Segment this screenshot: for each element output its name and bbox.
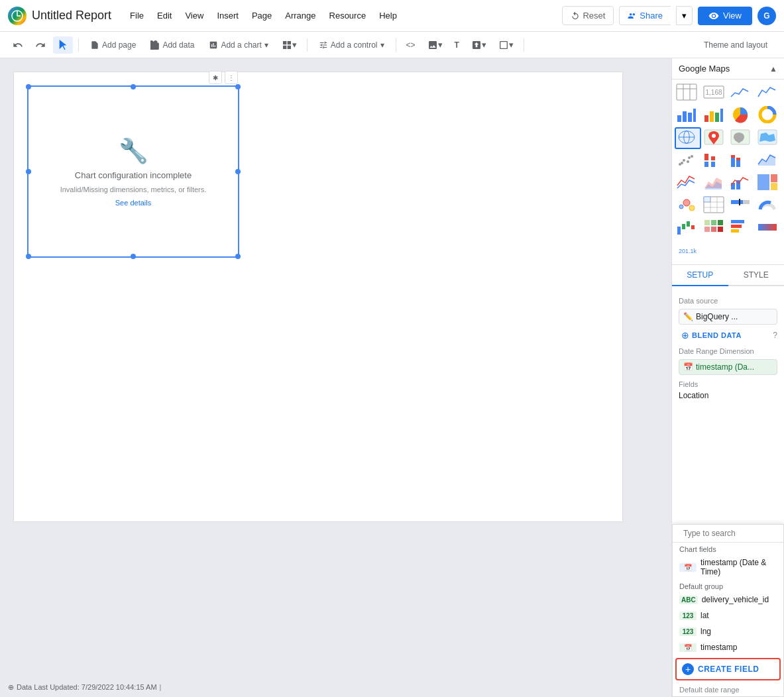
data-footer: ⊕ Data Last Updated: 7/29/2022 10:44:15 … (0, 677, 671, 697)
chart-type-bar2[interactable] (702, 105, 728, 127)
reset-button[interactable]: Reset (562, 6, 614, 25)
menu-arrange[interactable]: Arrange (280, 8, 321, 23)
chart-more-button[interactable]: ⋮ (225, 71, 238, 84)
chart-type-bubble[interactable] (728, 127, 755, 149)
canvas-area[interactable]: ✱ ⋮ 🔧 Chart configuration incomplete Inv… (0, 58, 671, 697)
tab-setup[interactable]: SETUP (672, 265, 728, 286)
chart-pin-button[interactable]: ✱ (209, 71, 222, 84)
handle-tr[interactable] (235, 84, 241, 89)
handle-bottom[interactable] (131, 254, 136, 259)
chart-type-waterfall[interactable] (675, 217, 701, 239)
chart-type-heatmap[interactable] (702, 217, 728, 239)
handle-top[interactable] (131, 84, 136, 89)
menu-page[interactable]: Page (247, 8, 277, 23)
view-button[interactable]: View (698, 7, 752, 25)
select-tool-button[interactable] (53, 36, 73, 54)
menu-insert[interactable]: Insert (211, 8, 244, 23)
chart-type-combo[interactable] (728, 172, 755, 194)
chart-type-gauge[interactable] (756, 195, 782, 217)
see-details-link[interactable]: See details (115, 199, 151, 207)
share-button[interactable]: Share (619, 6, 671, 25)
chart-type-timeseries[interactable] (728, 82, 755, 104)
add-page-button[interactable]: Add page (84, 37, 142, 53)
chart-fields-label: Chart fields (673, 543, 783, 555)
create-field-button[interactable]: + CREATE FIELD (675, 658, 781, 680)
redo-button[interactable] (30, 36, 50, 54)
field-item-lng[interactable]: 123 lng (673, 623, 783, 639)
location-label: Location (679, 391, 777, 400)
data-source-row[interactable]: ✏️ BigQuery ... (679, 309, 777, 325)
svg-rect-58 (677, 227, 681, 235)
search-input[interactable] (683, 529, 783, 538)
doc-title: Untitled Report (32, 9, 111, 23)
chart-type-pie[interactable] (728, 105, 755, 127)
panel-tabs: SETUP STYLE (672, 265, 784, 286)
line-button[interactable]: ▾ (467, 36, 491, 54)
field-item-timestamp-datetime[interactable]: 📅 timestamp (Date & Time) (673, 555, 783, 580)
chart-type-timeseries2[interactable] (756, 82, 782, 104)
handle-tl[interactable] (26, 84, 31, 89)
theme-layout-button[interactable]: Theme and layout (695, 37, 776, 53)
undo-button[interactable] (8, 36, 28, 54)
chart-type-scorecard[interactable]: 1,168 (702, 82, 728, 104)
menu-edit[interactable]: Edit (152, 8, 177, 23)
chart-type-stacked[interactable] (728, 150, 755, 172)
field-item-lat[interactable]: 123 lat (673, 608, 783, 623)
text-button[interactable]: T (450, 37, 464, 53)
chart-type-bar3[interactable] (702, 150, 728, 172)
help-icon[interactable]: ? (773, 331, 777, 340)
chart-type-scatter[interactable] (675, 150, 701, 172)
chart-types-title: Google Maps (679, 64, 730, 74)
add-control-button[interactable]: Add a control▾ (313, 37, 390, 53)
date-range-row[interactable]: 📅 timestamp (Da... (679, 359, 777, 375)
fields-label: Fields (679, 380, 777, 388)
chart-type-donut[interactable] (756, 105, 782, 127)
code-button[interactable]: <> (402, 37, 420, 53)
shape-button[interactable]: ▾ (494, 36, 518, 54)
menu-help[interactable]: Help (374, 8, 402, 23)
chart-type-line2[interactable] (675, 172, 701, 194)
data-source-name: BigQuery ... (696, 312, 773, 321)
image-button[interactable]: ▾ (423, 36, 447, 54)
chart-type-bar[interactable] (675, 105, 701, 127)
menu-view[interactable]: View (180, 8, 209, 23)
chart-type-geomap[interactable] (675, 127, 701, 149)
user-avatar[interactable]: G (757, 7, 776, 25)
chart-type-area[interactable] (756, 150, 782, 172)
app-logo (8, 7, 27, 25)
default-date-range-label: Default date range (673, 683, 783, 696)
field-item-timestamp[interactable]: 📅 timestamp (673, 639, 783, 655)
chart-type-filled-map[interactable] (756, 127, 782, 149)
chart-widget[interactable]: ✱ ⋮ 🔧 Chart configuration incomplete Inv… (27, 85, 239, 258)
add-data-button[interactable]: Add data (144, 37, 200, 53)
svg-rect-41 (731, 183, 735, 189)
chart-type-treemap[interactable] (756, 172, 782, 194)
chart-type-pivot[interactable] (702, 195, 728, 217)
collapse-icon[interactable]: ▲ (769, 64, 777, 74)
handle-br[interactable] (235, 254, 241, 259)
handle-bl[interactable] (26, 254, 31, 259)
chart-type-area2[interactable] (702, 172, 728, 194)
menu-resource[interactable]: Resource (324, 8, 372, 23)
toolbar-separator-1 (78, 38, 79, 52)
chart-type-bullet[interactable] (728, 195, 755, 217)
chart-type-table[interactable] (675, 82, 701, 104)
svg-rect-57 (739, 199, 740, 205)
chart-type-bar-chart-race[interactable] (728, 217, 755, 239)
blend-data-button[interactable]: ⊕ BLEND DATA (679, 329, 744, 342)
chart-type-gradient-bar[interactable] (756, 217, 782, 239)
chart-type-scatter2[interactable] (675, 195, 701, 217)
field-search-container (673, 525, 783, 543)
handle-right[interactable] (235, 169, 241, 174)
handle-left[interactable] (26, 169, 31, 174)
menu-file[interactable]: File (125, 8, 149, 23)
add-chart-button[interactable]: Add a chart▾ (203, 37, 274, 53)
tab-style[interactable]: STYLE (728, 265, 785, 286)
chart-grid-button[interactable]: ▾ (277, 36, 302, 54)
chart-type-extra[interactable]: 201.1k (675, 240, 701, 262)
field-badge-lng: 123 (679, 627, 697, 636)
chart-type-google-maps[interactable] (702, 127, 728, 149)
chart-content: 🔧 Chart configuration incomplete Invalid… (28, 87, 238, 256)
field-item-delivery-vehicle[interactable]: ABC delivery_vehicle_id (673, 592, 783, 608)
share-dropdown-button[interactable]: ▾ (676, 6, 693, 25)
